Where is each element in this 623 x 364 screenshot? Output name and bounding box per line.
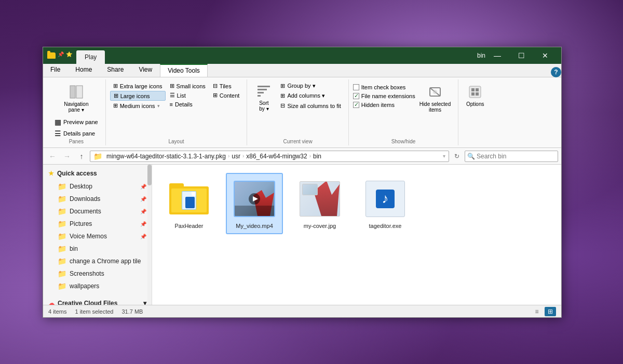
address-path[interactable]: 📁 mingw-w64-tageditor-static-3.1.3-1-any…	[90, 151, 449, 162]
small-icon: ⊞	[170, 83, 174, 89]
item-check-boxes-row[interactable]: Item check boxes	[353, 84, 415, 91]
refresh-button[interactable]: ↻	[451, 151, 463, 162]
item-check-boxes-cb[interactable]	[353, 84, 359, 90]
svg-rect-2	[258, 86, 270, 87]
add-columns-button[interactable]: ⊞ Add columns ▾	[277, 91, 344, 100]
path-dropdown-arrow[interactable]: ▾	[443, 153, 445, 159]
creative-cloud-expand[interactable]: ▾	[143, 300, 146, 305]
sidebar-scroll-thumb[interactable]	[147, 165, 152, 185]
preview-pane-button[interactable]: ▦ Preview pane	[51, 117, 101, 127]
options-content: Options	[463, 79, 487, 144]
svg-rect-10	[471, 88, 475, 91]
quick-access-header[interactable]: ★ Quick access	[43, 167, 152, 180]
desktop-label: Desktop	[70, 183, 92, 190]
nav-pane-button[interactable]: Navigationpane ▾	[61, 82, 91, 115]
ribbon-group-show-hide: Item check boxes File name extensions Hi…	[349, 79, 459, 145]
layout-options-left: ⊞ Extra large icons ⊞ Large icons ⊞ Medi…	[110, 82, 166, 110]
sidebar-item-voice-memos[interactable]: 📁 Voice Memos 📌	[43, 230, 152, 242]
layout-options-extra: ⊟ Tiles ⊞ Content	[210, 82, 243, 100]
list-view-toggle[interactable]: ≡	[531, 307, 543, 316]
dropdown-more: ▾	[157, 103, 160, 109]
path-folder-icon: 📁	[93, 152, 102, 160]
pictures-pin-icon: 📌	[140, 221, 146, 227]
video-thumb	[234, 178, 275, 220]
file-item-video[interactable]: My_video.mp4	[226, 173, 283, 234]
tiles-btn[interactable]: ⊟ Tiles	[210, 82, 243, 90]
ribbon-tab-video-tools[interactable]: Video Tools	[160, 64, 208, 77]
content-btn[interactable]: ⊞ Content	[210, 91, 243, 100]
details-icon: ☰	[55, 129, 61, 138]
sidebar-item-desktop[interactable]: 📁 Desktop 📌	[43, 180, 152, 193]
minimize-button[interactable]: —	[485, 47, 509, 64]
voice-memos-folder-icon: 📁	[58, 232, 66, 240]
sidebar-item-downloads[interactable]: 📁 Downloads 📌	[43, 193, 152, 205]
path-seg-1[interactable]: mingw-w64-tageditor-static-3.1.3-1-any.p…	[106, 153, 226, 160]
search-wrapper: 🔍	[465, 151, 558, 162]
ribbon-tab-view[interactable]: View	[131, 64, 160, 77]
file-name-ext-row[interactable]: File name extensions	[353, 92, 415, 100]
options-button[interactable]: Options	[463, 82, 487, 109]
search-input[interactable]	[465, 151, 558, 162]
file-item-exe[interactable]: ♪ tageditor.exe	[357, 173, 414, 234]
help-button[interactable]: ?	[551, 67, 561, 77]
file-item-image[interactable]: my-cover.jpg	[291, 173, 348, 234]
screenshots-folder-icon: 📁	[58, 269, 66, 278]
svg-rect-1	[76, 86, 83, 98]
ribbon-group-options: Options	[458, 79, 492, 145]
maximize-button[interactable]: ☐	[509, 47, 533, 64]
file-item-paxheader[interactable]: PaxHeader	[160, 173, 218, 234]
sort-by-button[interactable]: Sortby ▾	[251, 82, 276, 113]
sidebar-scrollbar[interactable]	[147, 165, 152, 305]
list-btn[interactable]: ☰ List	[167, 91, 209, 100]
ribbon-tab-home[interactable]: Home	[68, 64, 100, 77]
extra-large-icons-btn[interactable]: ⊞ Extra large icons	[110, 82, 166, 90]
sidebar-item-documents[interactable]: 📁 Documents 📌	[43, 205, 152, 218]
svg-rect-9	[469, 86, 481, 98]
small-icons-btn[interactable]: ⊞ Small icons	[167, 82, 209, 90]
svg-text:♪: ♪	[382, 191, 389, 206]
close-button[interactable]: ✕	[533, 47, 557, 64]
medium-icons-btn[interactable]: ⊞ Medium icons ▾	[110, 101, 166, 110]
ribbon-tab-file[interactable]: File	[43, 64, 68, 77]
hide-selected-button[interactable]: Hide selecteditems	[416, 82, 454, 115]
file-name-ext-cb[interactable]	[353, 93, 359, 99]
panes-sub-content: ▦ Preview pane ☰ Details pane	[51, 115, 101, 139]
sort-icon	[255, 83, 272, 99]
up-button[interactable]: ↑	[75, 150, 88, 163]
back-button[interactable]: ←	[46, 150, 59, 163]
wallpapers-folder-icon: 📁	[58, 282, 66, 290]
svg-rect-11	[476, 88, 479, 91]
grid-view-toggle[interactable]: ⊞	[545, 307, 556, 316]
file-size: 31.7 MB	[121, 308, 143, 315]
creative-cloud-header[interactable]: ☁ Creative Cloud Files ▾	[43, 296, 152, 305]
hidden-items-row[interactable]: Hidden items	[353, 101, 415, 109]
path-seg-4[interactable]: bin	[313, 153, 321, 160]
video-play-overlay	[235, 182, 274, 216]
show-hide-content: Item check boxes File name extensions Hi…	[353, 79, 454, 139]
details-pane-button[interactable]: ☰ Details pane	[51, 128, 98, 139]
sidebar-item-wallpapers[interactable]: 📁 wallpapers	[43, 280, 152, 292]
layout-options-right: ⊞ Small icons ☰ List ≡ Details	[167, 82, 209, 109]
sidebar-item-screenshots[interactable]: 📁 Screenshots	[43, 267, 152, 280]
video-name: My_video.mp4	[236, 223, 273, 229]
panes-label: Panes	[69, 139, 84, 145]
ribbon-tab-share[interactable]: Share	[100, 64, 131, 77]
path-seg-2[interactable]: usr	[232, 153, 240, 160]
sidebar-item-chrome[interactable]: 📁 change a Chrome app tile	[43, 255, 152, 267]
group-by-button[interactable]: ⊞ Group by ▾	[277, 82, 344, 90]
title-tab-play[interactable]: Play	[76, 50, 105, 64]
details-btn[interactable]: ≡ Details	[167, 100, 209, 109]
main-area: ★ Quick access 📁 Desktop 📌 📁 Downloads 📌…	[43, 165, 561, 305]
selected-info: 1 item selected	[75, 308, 113, 315]
path-seg-3[interactable]: x86_64-w64-mingw32	[246, 153, 307, 160]
sidebar-item-pictures[interactable]: 📁 Pictures 📌	[43, 218, 152, 230]
forward-button[interactable]: →	[61, 150, 73, 163]
sidebar-item-bin[interactable]: 📁 bin	[43, 242, 152, 255]
content-icon: ⊞	[213, 92, 218, 99]
svg-rect-3	[258, 89, 267, 90]
hidden-items-cb[interactable]	[353, 102, 359, 108]
large-icons-btn[interactable]: ⊞ Large icons	[110, 91, 166, 101]
title-tabs: Play	[76, 47, 105, 64]
show-hide-label: Show/hide	[391, 139, 416, 145]
size-columns-button[interactable]: ⊟ Size all columns to fit	[277, 101, 344, 110]
